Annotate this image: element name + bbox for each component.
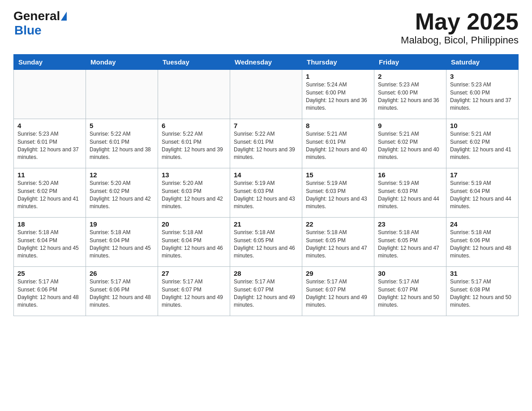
day-number: 8: [306, 122, 370, 129]
days-of-week-row: Sunday Monday Tuesday Wednesday Thursday…: [14, 55, 519, 70]
day-info: Sunrise: 5:23 AM Sunset: 6:00 PM Dayligh…: [378, 81, 442, 112]
day-cell: 21Sunrise: 5:18 AM Sunset: 6:05 PM Dayli…: [230, 218, 302, 267]
day-cell: 17Sunrise: 5:19 AM Sunset: 6:04 PM Dayli…: [446, 168, 519, 218]
day-info: Sunrise: 5:22 AM Sunset: 6:01 PM Dayligh…: [234, 130, 298, 162]
calendar-body: 1Sunrise: 5:24 AM Sunset: 6:00 PM Daylig…: [14, 70, 519, 316]
day-number: 15: [306, 171, 370, 179]
day-info: Sunrise: 5:17 AM Sunset: 6:07 PM Dayligh…: [234, 278, 298, 309]
day-number: 2: [378, 73, 442, 80]
week-row-1: 1Sunrise: 5:24 AM Sunset: 6:00 PM Daylig…: [14, 70, 519, 119]
day-number: 11: [17, 171, 82, 179]
day-info: Sunrise: 5:20 AM Sunset: 6:03 PM Dayligh…: [162, 180, 226, 211]
day-number: 27: [162, 270, 226, 277]
day-number: 3: [450, 73, 515, 80]
day-number: 6: [162, 122, 226, 129]
day-cell: 19Sunrise: 5:18 AM Sunset: 6:04 PM Dayli…: [86, 218, 158, 267]
day-number: 17: [450, 171, 515, 179]
day-number: 23: [378, 220, 442, 228]
day-info: Sunrise: 5:19 AM Sunset: 6:04 PM Dayligh…: [450, 180, 515, 211]
day-info: Sunrise: 5:18 AM Sunset: 6:05 PM Dayligh…: [378, 229, 442, 260]
day-cell: 5Sunrise: 5:22 AM Sunset: 6:01 PM Daylig…: [86, 119, 158, 168]
day-cell: [158, 70, 230, 119]
day-cell: 14Sunrise: 5:19 AM Sunset: 6:03 PM Dayli…: [230, 168, 302, 218]
day-info: Sunrise: 5:17 AM Sunset: 6:06 PM Dayligh…: [17, 278, 82, 309]
week-row-2: 4Sunrise: 5:23 AM Sunset: 6:01 PM Daylig…: [14, 119, 519, 168]
col-monday: Monday: [86, 55, 158, 70]
day-cell: 7Sunrise: 5:22 AM Sunset: 6:01 PM Daylig…: [230, 119, 302, 168]
page-header: General Blue May 2025 Malabog, Bicol, Ph…: [13, 9, 519, 46]
day-number: 9: [378, 122, 442, 129]
day-cell: 3Sunrise: 5:23 AM Sunset: 6:00 PM Daylig…: [446, 70, 519, 119]
day-cell: 10Sunrise: 5:21 AM Sunset: 6:02 PM Dayli…: [446, 119, 519, 168]
col-thursday: Thursday: [302, 55, 374, 70]
day-cell: 13Sunrise: 5:20 AM Sunset: 6:03 PM Dayli…: [158, 168, 230, 218]
day-cell: 16Sunrise: 5:19 AM Sunset: 6:03 PM Dayli…: [374, 168, 446, 218]
day-info: Sunrise: 5:21 AM Sunset: 6:02 PM Dayligh…: [378, 130, 442, 162]
day-info: Sunrise: 5:21 AM Sunset: 6:02 PM Dayligh…: [450, 130, 515, 162]
day-cell: 30Sunrise: 5:17 AM Sunset: 6:07 PM Dayli…: [374, 267, 446, 316]
day-number: 5: [90, 122, 154, 129]
day-cell: 4Sunrise: 5:23 AM Sunset: 6:01 PM Daylig…: [14, 119, 86, 168]
calendar-table: Sunday Monday Tuesday Wednesday Thursday…: [13, 54, 519, 316]
day-cell: 6Sunrise: 5:22 AM Sunset: 6:01 PM Daylig…: [158, 119, 230, 168]
day-cell: 12Sunrise: 5:20 AM Sunset: 6:02 PM Dayli…: [86, 168, 158, 218]
logo-general-text: General: [13, 9, 60, 23]
day-info: Sunrise: 5:23 AM Sunset: 6:00 PM Dayligh…: [450, 81, 515, 112]
day-info: Sunrise: 5:20 AM Sunset: 6:02 PM Dayligh…: [17, 180, 82, 211]
day-cell: 1Sunrise: 5:24 AM Sunset: 6:00 PM Daylig…: [302, 70, 374, 119]
day-number: 29: [306, 270, 370, 277]
day-number: 24: [450, 220, 515, 228]
day-info: Sunrise: 5:19 AM Sunset: 6:03 PM Dayligh…: [234, 180, 298, 211]
day-number: 25: [17, 270, 82, 277]
day-number: 10: [450, 122, 515, 129]
col-saturday: Saturday: [446, 55, 519, 70]
day-number: 12: [90, 171, 154, 179]
day-cell: 31Sunrise: 5:17 AM Sunset: 6:08 PM Dayli…: [446, 267, 519, 316]
col-sunday: Sunday: [14, 55, 86, 70]
day-number: 1: [306, 73, 370, 80]
day-cell: 20Sunrise: 5:18 AM Sunset: 6:04 PM Dayli…: [158, 218, 230, 267]
day-number: 18: [17, 220, 82, 228]
day-number: 14: [234, 171, 298, 179]
day-number: 4: [17, 122, 82, 129]
day-info: Sunrise: 5:18 AM Sunset: 6:05 PM Dayligh…: [234, 229, 298, 260]
day-info: Sunrise: 5:17 AM Sunset: 6:08 PM Dayligh…: [450, 278, 515, 309]
day-info: Sunrise: 5:21 AM Sunset: 6:01 PM Dayligh…: [306, 130, 370, 162]
week-row-4: 18Sunrise: 5:18 AM Sunset: 6:04 PM Dayli…: [14, 218, 519, 267]
day-number: 26: [90, 270, 154, 277]
week-row-3: 11Sunrise: 5:20 AM Sunset: 6:02 PM Dayli…: [14, 168, 519, 218]
day-info: Sunrise: 5:18 AM Sunset: 6:04 PM Dayligh…: [90, 229, 154, 260]
day-info: Sunrise: 5:18 AM Sunset: 6:04 PM Dayligh…: [17, 229, 82, 260]
day-cell: 23Sunrise: 5:18 AM Sunset: 6:05 PM Dayli…: [374, 218, 446, 267]
day-number: 13: [162, 171, 226, 179]
day-cell: 15Sunrise: 5:19 AM Sunset: 6:03 PM Dayli…: [302, 168, 374, 218]
day-cell: 27Sunrise: 5:17 AM Sunset: 6:07 PM Dayli…: [158, 267, 230, 316]
day-cell: [14, 70, 86, 119]
day-info: Sunrise: 5:18 AM Sunset: 6:05 PM Dayligh…: [306, 229, 370, 260]
day-info: Sunrise: 5:17 AM Sunset: 6:06 PM Dayligh…: [90, 278, 154, 309]
day-info: Sunrise: 5:23 AM Sunset: 6:01 PM Dayligh…: [17, 130, 82, 162]
day-cell: 28Sunrise: 5:17 AM Sunset: 6:07 PM Dayli…: [230, 267, 302, 316]
day-number: 28: [234, 270, 298, 277]
day-cell: 2Sunrise: 5:23 AM Sunset: 6:00 PM Daylig…: [374, 70, 446, 119]
day-cell: 25Sunrise: 5:17 AM Sunset: 6:06 PM Dayli…: [14, 267, 86, 316]
logo: General Blue: [13, 9, 67, 38]
day-info: Sunrise: 5:17 AM Sunset: 6:07 PM Dayligh…: [306, 278, 370, 309]
day-info: Sunrise: 5:18 AM Sunset: 6:06 PM Dayligh…: [450, 229, 515, 260]
day-info: Sunrise: 5:17 AM Sunset: 6:07 PM Dayligh…: [378, 278, 442, 309]
day-info: Sunrise: 5:20 AM Sunset: 6:02 PM Dayligh…: [90, 180, 154, 211]
col-tuesday: Tuesday: [158, 55, 230, 70]
col-wednesday: Wednesday: [230, 55, 302, 70]
day-number: 16: [378, 171, 442, 179]
day-number: 22: [306, 220, 370, 228]
day-info: Sunrise: 5:24 AM Sunset: 6:00 PM Dayligh…: [306, 81, 370, 112]
col-friday: Friday: [374, 55, 446, 70]
calendar-header: Sunday Monday Tuesday Wednesday Thursday…: [14, 55, 519, 70]
calendar-title-block: May 2025 Malabog, Bicol, Philippines: [401, 9, 519, 46]
day-info: Sunrise: 5:17 AM Sunset: 6:07 PM Dayligh…: [162, 278, 226, 309]
day-info: Sunrise: 5:19 AM Sunset: 6:03 PM Dayligh…: [306, 180, 370, 211]
week-row-5: 25Sunrise: 5:17 AM Sunset: 6:06 PM Dayli…: [14, 267, 519, 316]
day-number: 21: [234, 220, 298, 228]
calendar-location: Malabog, Bicol, Philippines: [401, 34, 519, 46]
day-info: Sunrise: 5:22 AM Sunset: 6:01 PM Dayligh…: [162, 130, 226, 162]
